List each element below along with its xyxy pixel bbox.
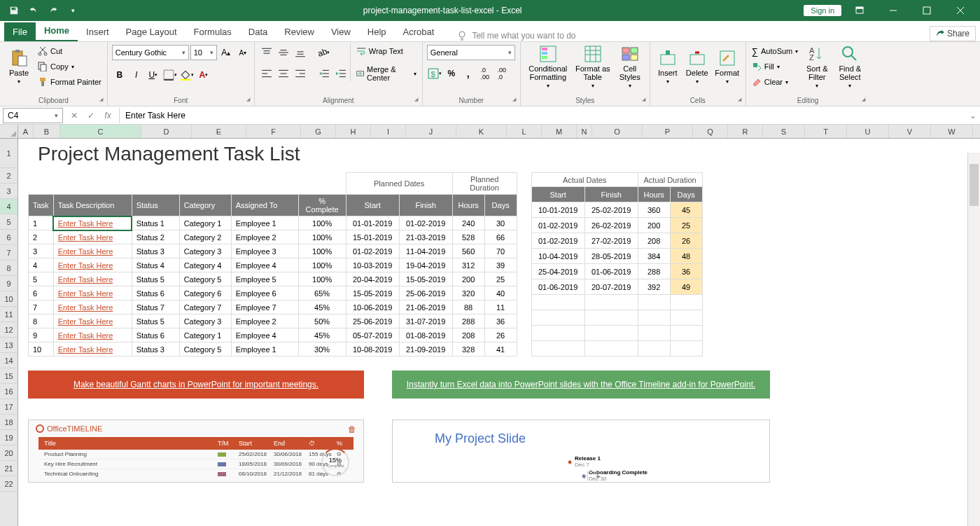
column-header-L[interactable]: L — [507, 125, 542, 138]
align-middle-icon[interactable] — [276, 45, 291, 60]
close-icon[interactable] — [945, 0, 976, 21]
orientation-icon[interactable]: ab▾ — [316, 45, 332, 60]
tab-file[interactable]: File — [4, 22, 36, 41]
column-header-K[interactable]: K — [456, 125, 507, 138]
delete-cells-button[interactable]: Delete▾ — [682, 43, 712, 90]
row-header-3[interactable]: 3 — [0, 184, 18, 199]
qat-customize-icon[interactable]: ▾ — [64, 2, 81, 19]
select-all-corner[interactable] — [0, 125, 18, 139]
task-link[interactable]: Enter Task Here — [53, 272, 132, 286]
row-header-14[interactable]: 14 — [0, 353, 18, 368]
column-header-H[interactable]: H — [336, 125, 371, 138]
tab-acrobat[interactable]: Acrobat — [395, 22, 443, 41]
row-header-8[interactable]: 8 — [0, 261, 18, 276]
row-header-2[interactable]: 2 — [0, 168, 18, 184]
align-left-icon[interactable] — [259, 66, 274, 81]
column-header-D[interactable]: D — [141, 125, 192, 138]
row-header-22[interactable]: 22 — [0, 476, 18, 492]
number-format-select[interactable]: General — [427, 45, 515, 60]
decrease-font-icon[interactable]: A▾ — [235, 45, 251, 60]
maximize-icon[interactable] — [911, 0, 942, 21]
row-header-15[interactable]: 15 — [0, 368, 18, 384]
row-header-16[interactable]: 16 — [0, 384, 18, 399]
insert-function-icon[interactable]: fx — [99, 108, 116, 123]
percent-format-icon[interactable]: % — [444, 66, 459, 81]
fill-color-icon[interactable]: ▾ — [179, 67, 195, 83]
font-size-select[interactable]: 10 — [190, 45, 217, 60]
accounting-format-icon[interactable]: $▾ — [427, 66, 442, 81]
format-painter-button[interactable]: Format Painter — [35, 74, 104, 90]
align-center-icon[interactable] — [276, 66, 291, 81]
font-name-select[interactable]: Century Gothic — [112, 45, 189, 60]
row-header-7[interactable]: 7 — [0, 245, 18, 261]
row-header-18[interactable]: 18 — [0, 415, 18, 430]
column-header-J[interactable]: J — [406, 125, 456, 138]
task-link[interactable]: Enter Task Here — [53, 258, 132, 272]
column-header-O[interactable]: O — [592, 125, 643, 138]
increase-indent-icon[interactable] — [333, 66, 349, 81]
row-header-10[interactable]: 10 — [0, 291, 18, 307]
increase-font-icon[interactable]: A▴ — [218, 45, 234, 60]
fill-button[interactable]: Fill▾ — [749, 59, 802, 74]
save-icon[interactable] — [6, 2, 22, 19]
column-header-E[interactable]: E — [192, 125, 246, 138]
expand-formula-bar-icon[interactable]: ⌄ — [966, 111, 980, 120]
column-header-V[interactable]: V — [889, 125, 931, 138]
share-button[interactable]: Share — [930, 26, 976, 41]
decrease-indent-icon[interactable] — [316, 66, 332, 81]
tab-formulas[interactable]: Formulas — [186, 22, 240, 41]
redo-icon[interactable] — [45, 2, 62, 19]
row-header-6[interactable]: 6 — [0, 230, 18, 245]
column-header-S[interactable]: S — [763, 125, 805, 138]
column-header-A[interactable]: A — [18, 125, 34, 138]
column-header-R[interactable]: R — [728, 125, 763, 138]
font-color-icon[interactable]: A▾ — [196, 67, 211, 83]
row-header-19[interactable]: 19 — [0, 430, 18, 445]
wrap-text-button[interactable]: Wrap Text — [354, 43, 419, 59]
cell-styles-button[interactable]: Cell Styles▾ — [613, 43, 647, 90]
task-link[interactable]: Enter Task Here — [53, 328, 132, 342]
paste-button[interactable]: Paste ▾ — [3, 43, 35, 90]
column-header-C[interactable]: C — [60, 125, 141, 138]
banner-timeline[interactable]: Instantly turn Excel data into PowerPoin… — [392, 371, 770, 399]
bold-icon[interactable]: B — [112, 67, 127, 83]
row-header-1[interactable]: 1 — [0, 139, 18, 168]
task-link[interactable]: Enter Task Here — [53, 230, 132, 244]
signin-button[interactable]: Sign in — [804, 5, 841, 16]
undo-icon[interactable] — [25, 2, 42, 19]
tab-view[interactable]: View — [323, 22, 359, 41]
insert-cells-button[interactable]: Insert▾ — [653, 43, 682, 90]
align-right-icon[interactable] — [293, 66, 308, 81]
format-cells-button[interactable]: Format▾ — [712, 43, 743, 90]
merge-center-button[interactable]: Merge & Center▾ — [354, 66, 419, 81]
copy-button[interactable]: Copy▾ — [35, 59, 104, 74]
task-link[interactable]: Enter Task Here — [53, 244, 132, 258]
tab-help[interactable]: Help — [359, 22, 395, 41]
comma-format-icon[interactable]: , — [461, 66, 476, 81]
column-header-I[interactable]: I — [371, 125, 406, 138]
italic-icon[interactable]: I — [129, 67, 144, 83]
tab-page-layout[interactable]: Page Layout — [118, 22, 186, 41]
name-box[interactable]: C4 — [3, 108, 63, 123]
formula-input[interactable]: Enter Task Here — [120, 111, 966, 120]
enter-formula-icon[interactable]: ✓ — [83, 108, 99, 123]
find-select-button[interactable]: Find & Select▾ — [833, 43, 867, 90]
column-header-F[interactable]: F — [246, 125, 301, 138]
row-header-5[interactable]: 5 — [0, 214, 18, 230]
task-link[interactable]: Enter Task Here — [53, 286, 132, 300]
row-header-13[interactable]: 13 — [0, 338, 18, 353]
task-link[interactable]: Enter Task Here — [53, 300, 132, 314]
task-link[interactable]: Enter Task Here — [53, 216, 132, 230]
row-header-17[interactable]: 17 — [0, 399, 18, 415]
column-header-N[interactable]: N — [577, 125, 592, 138]
conditional-formatting-button[interactable]: Conditional Formatting▾ — [524, 43, 573, 90]
align-top-icon[interactable] — [259, 45, 274, 60]
row-header-12[interactable]: 12 — [0, 322, 18, 338]
tell-me-search[interactable]: Tell me what you want to do — [456, 30, 575, 41]
increase-decimal-icon[interactable]: .0.00 — [477, 66, 493, 81]
column-header-B[interactable]: B — [34, 125, 60, 138]
banner-gantt[interactable]: Make beautiful Gantt charts in PowerPoin… — [28, 371, 364, 399]
row-header-21[interactable]: 21 — [0, 461, 18, 476]
cut-button[interactable]: Cut — [35, 43, 104, 59]
row-header-20[interactable]: 20 — [0, 445, 18, 461]
